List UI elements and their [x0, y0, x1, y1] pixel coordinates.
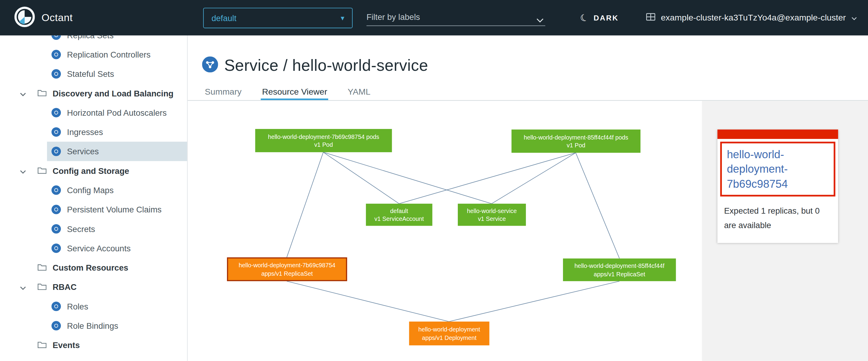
- graph-node-service-hello-world-service[interactable]: hello-world-service v1 Service: [458, 204, 526, 226]
- sidebar-group-label: RBAC: [53, 282, 76, 292]
- chevron-down-icon: [20, 166, 26, 175]
- sidebar-group-rbac[interactable]: RBAC: [0, 277, 187, 297]
- sidebar-item-roles[interactable]: Roles: [0, 297, 187, 316]
- resource-icon: [52, 127, 61, 136]
- node-kind: apps/v1 ReplicaSet: [261, 269, 313, 277]
- resource-icon: [52, 69, 61, 79]
- sidebar-item-label: Role Bindings: [67, 321, 118, 330]
- resource-icon: [52, 321, 61, 330]
- main-content: Service / hello-world-service Summary Re…: [188, 36, 868, 361]
- graph-node-deployment-hello-world[interactable]: hello-world-deployment apps/v1 Deploymen…: [409, 322, 489, 345]
- node-title: default: [390, 207, 408, 215]
- app-title: Octant: [41, 12, 73, 24]
- sidebar-item-label: Ingresses: [67, 127, 103, 136]
- sidebar-item-label: Custom Resources: [53, 263, 128, 272]
- resource-viewer-graph: hello-world-deployment-7b69c98754 pods v…: [188, 101, 868, 361]
- tab-bar: Summary Resource Viewer YAML: [204, 83, 372, 100]
- sidebar-group-config-and-storage[interactable]: Config and Storage: [0, 161, 187, 180]
- chevron-down-icon: [851, 13, 857, 23]
- sidebar-item-stateful-sets[interactable]: Stateful Sets: [0, 64, 187, 84]
- namespace-selector[interactable]: default ▾: [203, 8, 352, 28]
- cluster-icon: [646, 12, 655, 24]
- label-filter-input[interactable]: [367, 9, 530, 24]
- sidebar-item-config-maps[interactable]: Config Maps: [0, 180, 187, 200]
- alert-message: Expected 1 replicas, but 0 are available: [717, 199, 838, 243]
- label-filter: [367, 9, 545, 26]
- octant-logo-icon: [14, 6, 35, 29]
- sidebar-item-horizontal-pod-autoscalers[interactable]: Horizontal Pod Autoscalers: [0, 103, 187, 122]
- alert-resource-link[interactable]: hello-world-deployment-7b69c98754: [720, 142, 835, 196]
- sidebar-group-label: Config and Storage: [53, 166, 129, 175]
- sidebar-item-label: Stateful Sets: [67, 69, 114, 79]
- folder-icon: [38, 282, 46, 292]
- node-kind: v1 Service: [478, 215, 506, 223]
- sidebar-item-replica-sets[interactable]: Replica Sets: [0, 36, 187, 45]
- cluster-selector[interactable]: example-cluster-ka3TuTzYo4a@example-clus…: [646, 0, 857, 36]
- caret-down-icon: ▾: [341, 14, 344, 22]
- resource-icon: [52, 205, 61, 214]
- theme-toggle-label: DARK: [593, 13, 618, 22]
- resource-icon: [52, 185, 61, 195]
- sidebar-item-services[interactable]: Services: [0, 142, 187, 161]
- sidebar-item-persistent-volume-claims[interactable]: Persistent Volume Claims: [0, 200, 187, 219]
- resource-icon: [52, 243, 61, 253]
- resource-icon: [52, 224, 61, 233]
- sidebar-item-events[interactable]: Events: [0, 335, 187, 355]
- page-header: Service / hello-world-service: [202, 56, 428, 75]
- node-kind: apps/v1 Deployment: [422, 334, 476, 341]
- tab-resource-viewer[interactable]: Resource Viewer: [261, 83, 329, 100]
- sidebar-item-secrets[interactable]: Secrets: [0, 219, 187, 238]
- namespace-value: default: [212, 13, 237, 23]
- folder-icon: [38, 340, 46, 350]
- graph-node-serviceaccount-default[interactable]: default v1 ServiceAccount: [366, 204, 432, 226]
- alert-severity-bar: [717, 130, 838, 139]
- node-detail-panel: hello-world-deployment-7b69c98754 Expect…: [702, 101, 868, 361]
- chevron-down-icon: [20, 89, 26, 98]
- app-header: Octant default ▾ ☾ DARK example: [0, 0, 868, 36]
- sidebar-item-custom-resources[interactable]: Custom Resources: [0, 258, 187, 277]
- graph-node-pods-85ff4cf44f[interactable]: hello-world-deployment-85ff4cf44f pods v…: [512, 130, 641, 153]
- graph-node-replicaset-7b69c98754[interactable]: hello-world-deployment-7b69c98754 apps/v…: [227, 257, 347, 281]
- node-kind: v1 ServiceAccount: [374, 215, 424, 223]
- sidebar-item-label: Events: [53, 340, 80, 350]
- sidebar-item-label: Secrets: [67, 224, 95, 233]
- node-title: hello-world-service: [467, 207, 517, 215]
- sidebar-item-service-accounts[interactable]: Service Accounts: [0, 239, 187, 258]
- chevron-down-icon[interactable]: [536, 15, 544, 25]
- sidebar-item-label: Service Accounts: [67, 243, 130, 253]
- tab-summary[interactable]: Summary: [204, 83, 243, 100]
- sidebar-item-label: Config Maps: [67, 185, 114, 195]
- sidebar-item-replication-controllers[interactable]: Replication Controllers: [0, 45, 187, 64]
- sidebar-item-label: Roles: [67, 302, 88, 311]
- sidebar-item-label: Persistent Volume Claims: [67, 205, 161, 214]
- node-title: hello-world-deployment: [418, 325, 480, 333]
- tab-yaml[interactable]: YAML: [347, 83, 372, 100]
- resource-icon: [52, 147, 61, 156]
- theme-toggle[interactable]: ☾ DARK: [580, 0, 619, 36]
- sidebar-group-discovery-and-load-balancing[interactable]: Discovery and Load Balancing: [0, 84, 187, 103]
- alert-resource-name: hello-world-deployment-7b69c98754: [727, 148, 788, 190]
- node-title: hello-world-deployment-7b69c98754 pods: [268, 133, 379, 140]
- sidebar-item-role-bindings[interactable]: Role Bindings: [0, 316, 187, 335]
- page-title: Service / hello-world-service: [224, 56, 428, 74]
- folder-icon: [38, 89, 46, 98]
- sidebar-navigation: Replica Sets Replication Controllers Sta…: [0, 36, 188, 361]
- sidebar-item-label: Services: [67, 147, 99, 156]
- node-kind: apps/v1 ReplicaSet: [594, 270, 645, 277]
- graph-node-replicaset-85ff4cf44f[interactable]: hello-world-deployment-85ff4cf44f apps/v…: [563, 259, 676, 281]
- node-title: hello-world-deployment-85ff4cf44f: [575, 262, 664, 270]
- cluster-label: example-cluster-ka3TuTzYo4a@example-clus…: [661, 13, 846, 23]
- nav-list: Replica Sets Replication Controllers Sta…: [0, 36, 187, 355]
- sidebar-group-label: Discovery and Load Balancing: [53, 89, 173, 98]
- folder-icon: [38, 166, 46, 175]
- node-kind: v1 Pod: [314, 141, 333, 149]
- octant-window: Octant default ▾ ☾ DARK example: [0, 0, 868, 361]
- sidebar-item-label: Horizontal Pod Autoscalers: [67, 108, 167, 117]
- sidebar-item-label: Replica Sets: [67, 36, 114, 40]
- resource-icon: [52, 36, 61, 40]
- brand[interactable]: Octant: [14, 0, 73, 36]
- graph-node-pods-7b69c98754[interactable]: hello-world-deployment-7b69c98754 pods v…: [255, 129, 392, 152]
- chevron-down-icon: [20, 282, 26, 292]
- sidebar-item-ingresses[interactable]: Ingresses: [0, 122, 187, 142]
- moon-icon: ☾: [579, 12, 590, 24]
